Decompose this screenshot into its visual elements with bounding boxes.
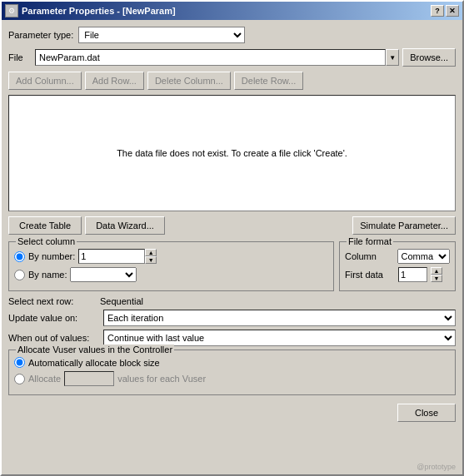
first-data-spin-up[interactable]: ▲ [431, 267, 442, 275]
window-icon: ⚙ [5, 4, 18, 17]
by-name-row: By name: [14, 267, 328, 282]
update-value-select[interactable]: Each iteration [103, 310, 456, 326]
toolbar-row: Add Column... Add Row... Delete Column..… [8, 72, 456, 90]
data-area: The data file does not exist. To create … [8, 95, 456, 211]
create-table-button[interactable]: Create Table [8, 216, 82, 235]
file-dropdown-btn[interactable]: ▼ [386, 49, 399, 66]
auto-allocate-label: Automatically allocate block size [28, 358, 160, 368]
main-window: ⚙ Parameter Properties - [NewParam] ? ✕ … [0, 0, 464, 476]
watermark: @prototype [417, 463, 456, 471]
title-bar-buttons: ? ✕ [431, 5, 459, 17]
title-bar-left: ⚙ Parameter Properties - [NewParam] [5, 4, 176, 17]
select-column-title: Select column [16, 236, 77, 246]
add-row-button[interactable]: Add Row... [85, 72, 144, 90]
by-number-radio[interactable] [14, 251, 25, 262]
lower-section: Select column By number: ▲ ▼ By name: [8, 241, 456, 296]
file-row: File ▼ Browse... [8, 48, 456, 67]
file-label: File [8, 52, 32, 62]
file-input[interactable] [35, 49, 386, 66]
param-type-row: Parameter type: File [8, 27, 456, 43]
manual-allocate-label: Allocate [28, 374, 61, 384]
by-number-input[interactable] [78, 249, 145, 264]
param-type-select[interactable]: File [78, 27, 245, 43]
select-column-group: Select column By number: ▲ ▼ By name: [8, 241, 334, 291]
sequential-label: Select next row: [8, 296, 100, 306]
manual-allocate-radio[interactable] [14, 374, 25, 384]
by-name-label: By name: [28, 270, 67, 280]
auto-allocate-radio[interactable] [14, 357, 25, 368]
param-type-label: Parameter type: [8, 30, 73, 40]
update-value-row: Update value on: Each iteration [8, 310, 456, 326]
window-title: Parameter Properties - [NewParam] [22, 6, 176, 16]
browse-button[interactable]: Browse... [402, 48, 456, 67]
first-data-row: First data ▲ ▼ [345, 267, 450, 282]
by-number-row: By number: ▲ ▼ [14, 249, 328, 264]
first-data-spin-down[interactable]: ▼ [431, 275, 442, 282]
spin-down[interactable]: ▼ [145, 256, 157, 264]
simulate-button[interactable]: Simulate Parameter... [352, 216, 456, 235]
file-format-group: File format Column Comma First data ▲ ▼ [339, 241, 456, 291]
column-format-select[interactable]: Comma [397, 249, 450, 264]
by-name-select[interactable] [70, 267, 137, 282]
file-format-title: File format [347, 236, 393, 246]
data-wizard-button[interactable]: Data Wizard... [85, 216, 165, 235]
out-of-values-select[interactable]: Continue with last value [103, 330, 456, 346]
content-area: Parameter type: File File ▼ Browse... Ad… [2, 20, 462, 432]
first-data-spin-buttons: ▲ ▼ [431, 267, 442, 282]
window-close-button[interactable]: ✕ [446, 5, 459, 17]
out-of-values-label: When out of values: [8, 333, 100, 343]
close-row: Close [8, 400, 456, 425]
close-button[interactable]: Close [397, 404, 456, 422]
by-name-radio[interactable] [14, 270, 25, 280]
file-combobox: ▼ [35, 49, 399, 66]
help-button[interactable]: ? [431, 5, 444, 17]
delete-column-button[interactable]: Delete Column... [147, 72, 231, 90]
first-data-input[interactable] [398, 267, 427, 282]
delete-row-button[interactable]: Delete Row... [234, 72, 303, 90]
update-value-label: Update value on: [8, 313, 100, 323]
column-format-row: Column Comma [345, 249, 450, 264]
auto-allocate-row: Automatically allocate block size [14, 357, 450, 368]
column-format-label: Column [345, 251, 394, 261]
first-data-label: First data [345, 270, 395, 280]
by-number-label: By number: [28, 251, 75, 261]
by-number-spin: ▲ ▼ [78, 249, 157, 264]
allocate-group: Allocate Vuser values in the Controller … [8, 350, 456, 395]
sequential-value: Sequential [100, 296, 143, 306]
manual-allocate-row: Allocate values for each Vuser [14, 371, 450, 386]
spin-up[interactable]: ▲ [145, 249, 157, 256]
out-of-values-row: When out of values: Continue with last v… [8, 330, 456, 346]
allocate-group-title: Allocate Vuser values in the Controller [16, 345, 174, 355]
spin-buttons: ▲ ▼ [145, 249, 157, 264]
manual-allocate-suffix: values for each Vuser [117, 374, 206, 384]
title-bar: ⚙ Parameter Properties - [NewParam] ? ✕ [2, 2, 462, 20]
data-area-message: The data file does not exist. To create … [117, 148, 347, 158]
add-column-button[interactable]: Add Column... [8, 72, 82, 90]
allocate-input[interactable] [64, 371, 114, 386]
sequential-row: Select next row: Sequential [8, 296, 456, 306]
